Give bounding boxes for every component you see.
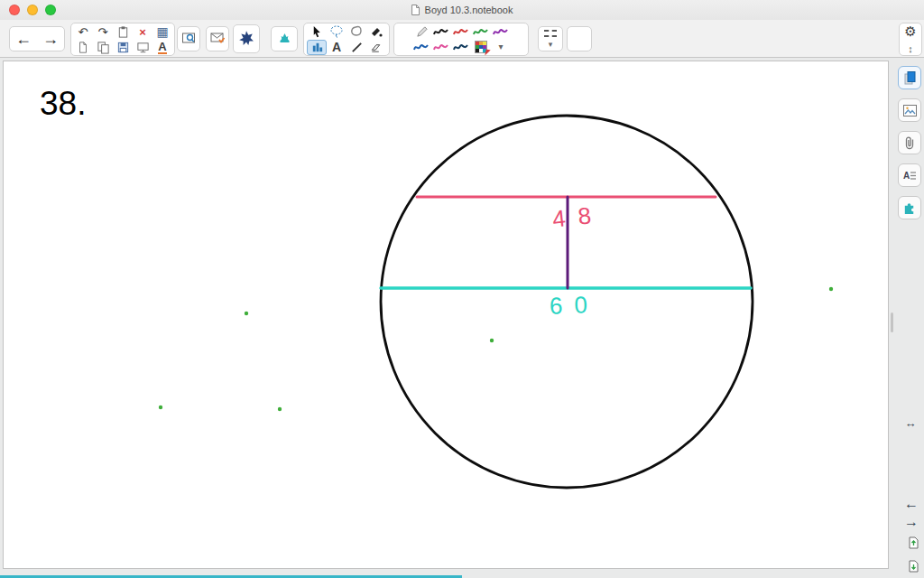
scroll-indicator[interactable]	[891, 312, 893, 332]
cursor-icon	[310, 25, 324, 39]
format-text-icon: A	[158, 41, 166, 54]
dashed-line-icon	[544, 35, 557, 37]
paint-fill-icon	[369, 24, 383, 39]
previous-page-button[interactable]: ←	[902, 496, 920, 512]
table-button[interactable]: ▦	[152, 24, 172, 40]
previous-page-icon: ←	[904, 496, 919, 512]
text-button[interactable]: A	[327, 40, 346, 55]
zoom-window-button[interactable]	[45, 5, 56, 15]
gear-icon: ⚙	[904, 23, 916, 39]
addons-button[interactable]	[898, 196, 921, 219]
expand-horizontal-icon: ↔	[905, 416, 917, 430]
line-button[interactable]	[346, 40, 366, 55]
sort-tool-button[interactable]	[307, 40, 327, 55]
page-down-icon	[908, 559, 919, 573]
toolbar-resize-button[interactable]: ↕	[908, 42, 913, 55]
chevron-down-icon: ▾	[498, 42, 503, 51]
duplicate-page-button[interactable]	[93, 40, 113, 55]
gallery-button[interactable]	[898, 98, 921, 122]
redo-button[interactable]: ↷	[93, 24, 113, 40]
shape-blob-icon	[349, 24, 364, 39]
document-icon	[411, 5, 420, 15]
undo-icon: ↶	[79, 26, 88, 38]
send-mail-button[interactable]	[210, 32, 226, 47]
properties-button[interactable]: A	[898, 163, 921, 187]
shape-recognition-button[interactable]	[346, 24, 366, 40]
select-button[interactable]	[307, 24, 327, 40]
attachments-button[interactable]	[898, 131, 921, 154]
magnifier-screen-icon	[181, 31, 197, 45]
eraser-button[interactable]	[366, 40, 386, 55]
window-title-area: Boyd 10.3.notebook	[411, 5, 513, 15]
delete-button[interactable]: ×	[133, 24, 152, 40]
insert-page-button[interactable]	[73, 40, 93, 55]
svg-text:A: A	[903, 171, 910, 181]
fill-button[interactable]	[366, 24, 386, 40]
page-sorter-icon	[903, 70, 917, 86]
pen-black-button[interactable]	[431, 24, 451, 40]
toolbar: ← → ↶ ↷ × ▦ A	[0, 20, 924, 58]
pen-green-button[interactable]	[471, 24, 491, 40]
pen-red-button[interactable]	[451, 24, 471, 40]
duplicate-page-icon	[97, 41, 110, 54]
back-icon: ←	[15, 30, 32, 48]
zoom-pages-button[interactable]	[181, 31, 197, 48]
delete-icon: ×	[139, 25, 146, 39]
puzzle-icon	[902, 200, 917, 215]
next-page-icon: →	[904, 514, 919, 530]
pen-blue-icon	[413, 42, 430, 52]
forward-button[interactable]: →	[42, 30, 59, 49]
screen-shade-button[interactable]	[133, 40, 152, 55]
pen-black-icon	[433, 26, 449, 37]
pen-purple-button[interactable]	[491, 24, 511, 40]
smart-ink-group	[233, 24, 260, 53]
next-page-button[interactable]: →	[902, 514, 920, 530]
lasso-icon	[329, 24, 344, 39]
save-button[interactable]	[113, 40, 133, 55]
line-style-button[interactable]: ▾	[544, 30, 557, 49]
undo-button[interactable]: ↶	[73, 24, 93, 40]
pen-blue-button[interactable]	[411, 40, 431, 55]
paste-button[interactable]	[113, 24, 133, 40]
text-icon: A	[332, 41, 341, 53]
window-title: Boyd 10.3.notebook	[425, 5, 513, 15]
stamp-button[interactable]	[277, 31, 292, 48]
pencil-button[interactable]	[411, 24, 431, 40]
new-page-icon	[77, 41, 89, 54]
settings-group: ⚙ ↕	[899, 23, 922, 56]
eraser-icon	[369, 41, 383, 54]
text-format-button[interactable]: A	[152, 40, 172, 55]
titlebar: Boyd 10.3.notebook	[0, 0, 924, 20]
settings-button[interactable]: ⚙	[904, 23, 916, 40]
pens-group: ▾	[393, 23, 529, 56]
color-palette-button[interactable]	[471, 40, 491, 55]
line-style-group: ▾	[538, 26, 563, 51]
drawing-canvas[interactable]	[3, 61, 889, 569]
page-down-button[interactable]	[906, 558, 920, 574]
page-up-button[interactable]	[906, 535, 920, 551]
lasso-button[interactable]	[327, 24, 346, 40]
select-tools-group: A	[303, 23, 390, 56]
palette-icon	[475, 41, 487, 53]
envelope-check-icon	[210, 32, 226, 44]
clipboard-icon	[116, 25, 130, 39]
properties-icon: A	[902, 169, 917, 182]
paperclip-icon	[903, 135, 916, 151]
ink-creature-icon	[238, 30, 254, 46]
pen-pink-icon	[433, 42, 449, 52]
close-window-button[interactable]	[9, 5, 20, 15]
zoom-group	[177, 26, 200, 51]
expand-panel-button[interactable]: ↔	[901, 415, 920, 430]
pen-navy-button[interactable]	[451, 40, 471, 55]
pen-pink-button[interactable]	[431, 40, 451, 55]
dashed-line-icon	[544, 30, 557, 32]
page-sorter-button[interactable]	[898, 66, 921, 89]
pens-dropdown-button[interactable]: ▾	[491, 40, 511, 55]
back-button[interactable]: ←	[15, 30, 32, 49]
stamp-icon	[277, 31, 292, 45]
smart-ink-button[interactable]	[238, 30, 254, 49]
screen-icon	[136, 41, 150, 54]
pen-purple-icon	[493, 26, 509, 37]
minimize-window-button[interactable]	[27, 5, 38, 15]
redo-icon: ↷	[98, 26, 108, 38]
